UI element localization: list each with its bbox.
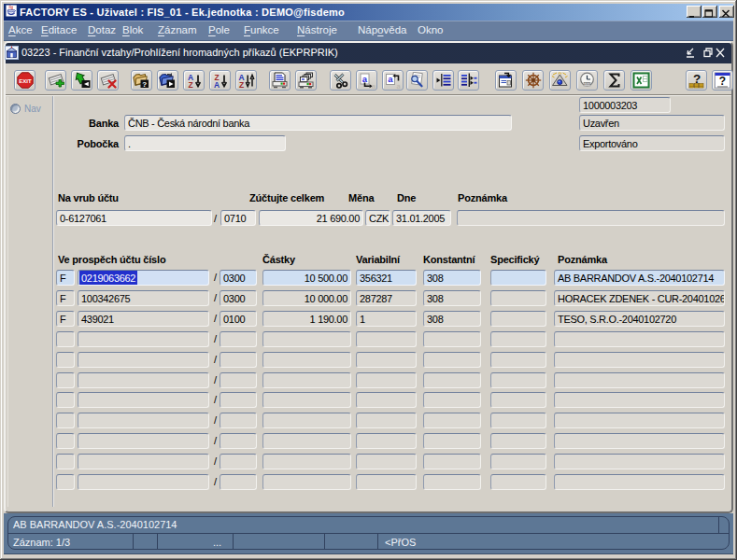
svg-text:a: a [362, 74, 368, 84]
svg-text:A: A [213, 80, 219, 90]
svg-text:Z: Z [188, 80, 192, 90]
svg-text:a: a [396, 82, 401, 90]
svg-text:a: a [372, 82, 376, 89]
svg-text:?: ? [719, 75, 726, 88]
svg-text:Z: Z [239, 80, 244, 90]
svg-text:EXIT: EXIT [19, 78, 32, 84]
svg-text:1315: 1315 [584, 82, 590, 86]
svg-text:a: a [388, 74, 393, 84]
svg-text:?: ? [142, 80, 147, 89]
